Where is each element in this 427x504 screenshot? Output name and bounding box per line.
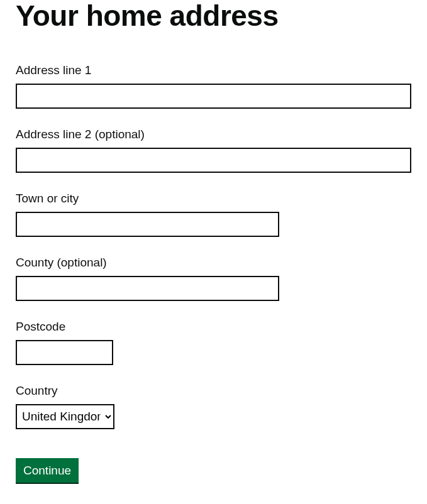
county-label: County (optional) <box>16 256 411 270</box>
county-input[interactable] <box>16 276 279 301</box>
address-line-1-input[interactable] <box>16 84 411 109</box>
country-select[interactable]: United Kingdom <box>16 404 114 429</box>
address-line-1-label: Address line 1 <box>16 63 411 77</box>
page-title: Your home address <box>16 0 411 32</box>
town-input[interactable] <box>16 212 279 237</box>
postcode-label: Postcode <box>16 320 411 334</box>
continue-button[interactable]: Continue <box>16 458 79 483</box>
postcode-input[interactable] <box>16 340 113 365</box>
address-line-2-input[interactable] <box>16 148 411 173</box>
town-label: Town or city <box>16 192 411 205</box>
address-line-2-label: Address line 2 (optional) <box>16 128 411 141</box>
address-form: Address line 1 Address line 2 (optional)… <box>16 63 411 483</box>
country-label: Country <box>16 384 411 398</box>
